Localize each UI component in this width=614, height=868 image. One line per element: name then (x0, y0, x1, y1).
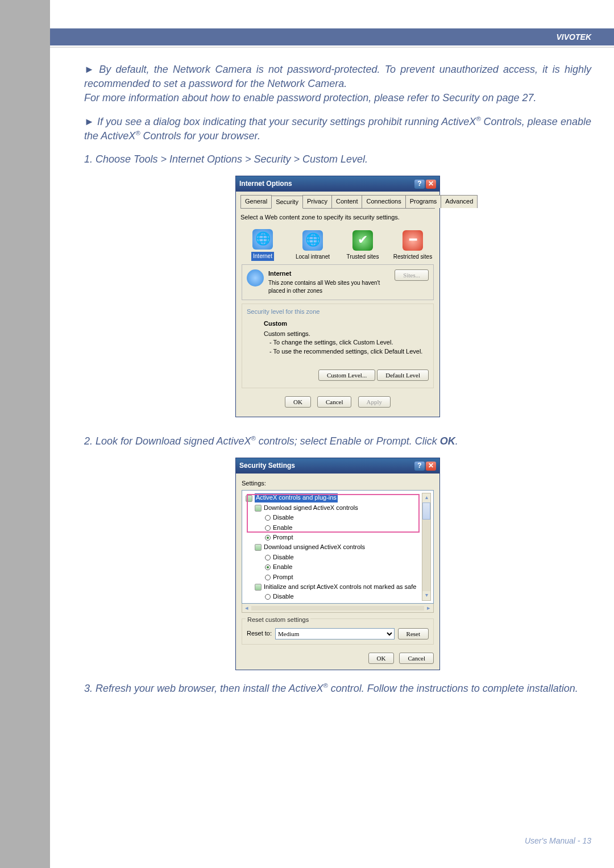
zone-label: Internet (251, 252, 274, 261)
zone-label: Local intranet (296, 254, 330, 260)
page-footer: User's Manual - 13 (525, 836, 591, 845)
step2-c: . (455, 435, 458, 447)
zone-detail: Internet This zone contains all Web site… (242, 264, 434, 300)
reset-button[interactable]: Reset (398, 628, 429, 639)
gear-icon (255, 584, 262, 591)
opt-disable[interactable]: Disable (244, 553, 431, 562)
reg-mark: ® (323, 682, 328, 689)
sl-body: Custom Custom settings. - To change the … (247, 319, 429, 356)
step2-a: 2. Look for Download signed ActiveX (84, 435, 251, 447)
zone-desc-text: Internet This zone contains all Web site… (268, 269, 390, 295)
tab-security[interactable]: Security (271, 196, 303, 209)
tree-root: ActiveX controls and plug-ins (244, 493, 431, 502)
step2-ok: OK (440, 435, 455, 447)
brand-text: VIVOTEK (557, 32, 591, 41)
tree-group-signed: Download signed ActiveX controls (244, 503, 431, 513)
dialog-body: Settings: ActiveX controls and plug-ins … (236, 474, 439, 670)
tab-general[interactable]: General (240, 195, 272, 208)
scroll-track[interactable] (251, 606, 424, 610)
tree-group-unsigned: Download unsigned ActiveX controls (244, 542, 431, 552)
zone-trusted-sites[interactable]: ✔ Trusted sites (343, 230, 383, 261)
zone-internet[interactable]: 🌐 Internet (243, 229, 283, 261)
opt-enable[interactable]: Enable (244, 523, 431, 533)
opt-enable[interactable]: Enable (244, 602, 431, 604)
security-level-group: Security level for this zone Custom Cust… (242, 304, 434, 388)
zone-title: Internet (268, 269, 390, 278)
dialog-body: General Security Privacy Content Connect… (236, 192, 439, 417)
scroll-up-icon[interactable]: ▴ (422, 493, 430, 502)
opt-disable[interactable]: Disable (244, 513, 431, 522)
gear-icon (255, 544, 262, 551)
tab-programs[interactable]: Programs (405, 195, 442, 208)
zones-row: 🌐 Internet 🌐 Local intranet ✔ Trusted si… (240, 223, 435, 264)
reg-mark: ® (135, 130, 140, 136)
globe-icon (247, 269, 264, 286)
dialog-footer: OK Cancel (242, 653, 434, 664)
cancel-button[interactable]: Cancel (399, 653, 434, 664)
custom-line2: - To use the recommended settings, click… (264, 347, 429, 356)
radio-icon (265, 535, 271, 541)
close-icon[interactable]: ✕ (426, 180, 436, 189)
horizontal-scrollbar[interactable]: ◂ ▸ (242, 604, 434, 613)
radio-icon (265, 555, 271, 560)
zone-label: Trusted sites (347, 254, 379, 260)
intranet-icon: 🌐 (302, 230, 323, 251)
apply-button[interactable]: Apply (358, 396, 391, 408)
custom-line1: - To change the settings, click Custom L… (264, 338, 429, 347)
dialog-titlebar: Internet Options ? ✕ (236, 176, 439, 192)
root-label: ActiveX controls and plug-ins (255, 493, 338, 502)
step3-a: 3. Refresh your web browser, then instal… (84, 683, 323, 694)
ok-button[interactable]: OK (285, 396, 311, 408)
scroll-thumb[interactable] (422, 502, 430, 520)
dialog-titlebar: Security Settings ? ✕ (236, 458, 439, 474)
content: ► By default, the Network Camera is not … (84, 63, 591, 705)
tab-privacy[interactable]: Privacy (302, 195, 332, 208)
security-level-title: Security level for this zone (247, 308, 429, 316)
reset-title: Reset custom settings (246, 616, 310, 624)
bullet-marker: ► (84, 116, 94, 127)
opt-disable[interactable]: Disable (244, 592, 431, 601)
tab-content[interactable]: Content (331, 195, 363, 208)
reset-select[interactable]: Medium (275, 628, 395, 639)
header-underline (50, 47, 614, 48)
scroll-down-icon[interactable]: ▾ (422, 591, 430, 600)
reg-mark: ® (251, 435, 256, 442)
internet-options-dialog: Internet Options ? ✕ General Security Pr… (235, 176, 440, 417)
scroll-left-icon[interactable]: ◂ (242, 604, 251, 612)
settings-tree[interactable]: ActiveX controls and plug-ins Download s… (242, 490, 434, 604)
vertical-scrollbar[interactable]: ▴ ▾ (422, 493, 431, 601)
ok-button[interactable]: OK (368, 653, 395, 664)
custom-label: Custom (264, 319, 429, 328)
zone-restricted-sites[interactable]: ━ Restricted sites (393, 230, 433, 261)
step-2: 2. Look for Download signed ActiveX® con… (84, 434, 591, 448)
zone-local-intranet[interactable]: 🌐 Local intranet (293, 230, 333, 261)
custom-level-button[interactable]: Custom Level... (318, 369, 375, 381)
step3-b: control. Follow the instructions to comp… (328, 683, 578, 694)
tab-connections[interactable]: Connections (362, 195, 405, 208)
radio-icon (265, 575, 271, 580)
globe-icon: 🌐 (252, 229, 273, 250)
security-settings-dialog: Security Settings ? ✕ Settings: ActiveX … (235, 458, 440, 670)
scroll-right-icon[interactable]: ▸ (424, 604, 433, 612)
close-icon[interactable]: ✕ (426, 462, 436, 471)
opt-prompt[interactable]: Prompt (244, 572, 431, 582)
dialog-footer: OK Cancel Apply (240, 394, 435, 411)
opt-prompt[interactable]: Prompt (244, 533, 431, 542)
para1-line1: By default, the Network Camera is not pa… (84, 64, 591, 89)
radio-icon (265, 594, 271, 600)
para2-c: Controls for your browser. (140, 130, 260, 142)
para1-line2: For more information about how to enable… (84, 92, 536, 103)
help-icon[interactable]: ? (414, 180, 425, 189)
radio-icon (265, 525, 271, 531)
tab-advanced[interactable]: Advanced (441, 195, 478, 208)
sites-button[interactable]: Sites... (395, 269, 429, 281)
para-1: ► By default, the Network Camera is not … (84, 63, 591, 106)
help-icon[interactable]: ? (414, 462, 425, 471)
tree-group-init: Initialize and script ActiveX controls n… (244, 582, 431, 592)
cancel-button[interactable]: Cancel (317, 396, 352, 408)
radio-icon (265, 564, 271, 570)
default-level-button[interactable]: Default Level (377, 369, 429, 381)
zone-label: Restricted sites (393, 254, 432, 260)
reset-to-label: Reset to: (247, 629, 272, 638)
opt-enable[interactable]: Enable (244, 562, 431, 572)
